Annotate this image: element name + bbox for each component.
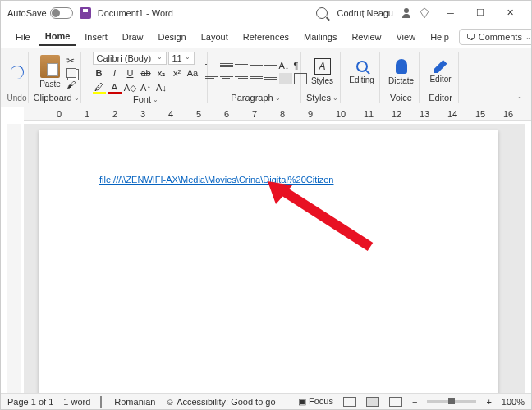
diamond-icon[interactable] — [418, 7, 431, 20]
align-right-button[interactable] — [235, 73, 248, 84]
autosave-label: AutoSave — [7, 8, 47, 18]
horizontal-ruler[interactable]: 012345678910111213141516 — [24, 107, 531, 121]
strike-button[interactable]: ab — [140, 66, 153, 80]
web-layout-button[interactable] — [389, 397, 402, 407]
case-button[interactable]: Aa — [186, 66, 200, 80]
document-title: Document1 - Word — [98, 8, 173, 18]
menu-help[interactable]: Help — [424, 29, 456, 45]
read-mode-button[interactable] — [343, 397, 356, 407]
align-left-button[interactable] — [205, 73, 218, 84]
document-page[interactable]: file:///\\ZENWIFI-AX\Media\Movies\Crina\… — [39, 130, 498, 393]
autosave-toggle[interactable]: AutoSave — [7, 7, 73, 19]
underline-button[interactable]: U — [124, 66, 137, 80]
menu-home[interactable]: Home — [39, 28, 77, 46]
justify-button[interactable] — [250, 73, 263, 84]
styles-group: A Styles Styles⌄ — [305, 52, 341, 103]
focus-mode-button[interactable]: ▣ Focus — [298, 396, 333, 407]
comments-button[interactable]: 🗨 Comments ⌄ — [459, 29, 532, 45]
font-name-select[interactable]: Calibri (Body)⌄ — [93, 52, 167, 65]
document-area[interactable]: file:///\\ZENWIFI-AX\Media\Movies\Crina\… — [24, 124, 525, 393]
bold-button[interactable]: B — [93, 66, 106, 80]
paste-button[interactable]: Paste — [36, 55, 64, 89]
menu-view[interactable]: View — [389, 29, 422, 45]
search-icon[interactable] — [316, 7, 328, 19]
maximize-button[interactable]: ☐ — [466, 2, 495, 25]
switch-off-icon[interactable] — [50, 7, 73, 19]
paragraph-group: A↓ ¶ Paragraph⌄ — [211, 52, 301, 103]
undo-label: Undo — [7, 92, 27, 103]
indent-inc-button[interactable] — [264, 60, 277, 71]
menu-file[interactable]: File — [9, 29, 37, 45]
page-count[interactable]: Page 1 of 1 — [7, 397, 53, 407]
indent-dec-button[interactable] — [250, 60, 263, 71]
menu-review[interactable]: Review — [345, 29, 388, 45]
comment-icon: 🗨 — [466, 32, 475, 42]
styles-button[interactable]: A Styles — [308, 58, 337, 85]
styles-icon: A — [314, 58, 331, 75]
menu-layout[interactable]: Layout — [195, 29, 235, 45]
menu-design[interactable]: Design — [151, 29, 192, 45]
editing-group: Editing — [344, 52, 380, 103]
numbering-button[interactable] — [220, 60, 233, 71]
format-painter-icon[interactable]: 🖌 — [66, 80, 76, 89]
language-status[interactable]: Romanian — [114, 397, 155, 407]
font-size-select[interactable]: 11⌄ — [168, 52, 195, 65]
paste-icon — [40, 55, 60, 78]
user-avatar-icon[interactable] — [400, 7, 413, 20]
editor-button[interactable]: Editor — [426, 60, 454, 84]
print-layout-button[interactable] — [366, 397, 379, 407]
menu-bar: File Home Insert Draw Design Layout Refe… — [1, 25, 531, 48]
menu-mailings[interactable]: Mailings — [297, 29, 343, 45]
align-center-button[interactable] — [220, 73, 233, 84]
menu-references[interactable]: References — [236, 29, 296, 45]
menu-draw[interactable]: Draw — [116, 29, 150, 45]
highlight-button[interactable]: 🖊 — [93, 81, 106, 94]
italic-button[interactable]: I — [108, 66, 122, 80]
clear-format-button[interactable]: A◇ — [124, 81, 137, 94]
bullets-button[interactable] — [205, 60, 218, 71]
find-icon — [356, 61, 368, 72]
grow-font-button[interactable]: A↑ — [140, 81, 153, 94]
subscript-button[interactable]: x₂ — [155, 66, 168, 80]
font-color-button[interactable]: A — [108, 81, 122, 94]
title-bar: AutoSave Document1 - Word Codruț Neagu ─… — [1, 1, 531, 25]
ribbon-collapse-button[interactable]: ⌄ — [514, 89, 526, 103]
zoom-slider[interactable] — [427, 400, 476, 403]
menu-insert[interactable]: Insert — [78, 29, 114, 45]
microphone-icon — [396, 59, 407, 74]
save-icon[interactable] — [80, 7, 91, 19]
sort-button[interactable]: A↓ — [279, 60, 292, 71]
line-spacing-button[interactable] — [264, 73, 277, 84]
editing-button[interactable]: Editing — [346, 59, 378, 84]
vertical-ruler[interactable] — [7, 124, 21, 393]
cut-icon[interactable]: ✂ — [66, 55, 76, 66]
superscript-button[interactable]: x² — [171, 66, 184, 80]
undo-icon[interactable] — [11, 66, 24, 79]
chevron-down-icon: ⌄ — [525, 34, 531, 41]
shading-button[interactable] — [279, 73, 292, 84]
user-name: Codruț Neagu — [337, 8, 394, 18]
editor-icon — [434, 60, 447, 73]
focus-icon: ▣ — [298, 396, 306, 406]
multilevel-button[interactable] — [235, 60, 248, 71]
close-button[interactable]: ✕ — [495, 2, 525, 25]
shrink-font-button[interactable]: A↓ — [155, 81, 168, 94]
zoom-level[interactable]: 100% — [502, 397, 525, 407]
accessibility-status[interactable]: ☺ Accessibility: Good to go — [165, 397, 275, 407]
status-bar: Page 1 of 1 1 word Romanian ☺ Accessibil… — [1, 393, 531, 409]
undo-group: Undo — [6, 52, 29, 103]
dictate-button[interactable]: Dictate — [385, 58, 417, 85]
word-count[interactable]: 1 word — [63, 397, 90, 407]
editor-group: Editor Editor — [423, 52, 459, 103]
spell-check-icon[interactable] — [100, 397, 104, 407]
hyperlink[interactable]: file:///\\ZENWIFI-AX\Media\Movies\Crina\… — [99, 175, 333, 184]
minimize-button[interactable]: ─ — [436, 2, 466, 25]
copy-icon[interactable] — [66, 68, 76, 78]
clipboard-group: Paste ✂ 🖌 Clipboard⌄ — [32, 52, 81, 103]
voice-group: Dictate Voice — [383, 52, 420, 103]
font-group: Calibri (Body)⌄ 11⌄ B I U ab x₂ x² Aa 🖊 … — [85, 52, 208, 103]
ribbon: Undo Paste ✂ 🖌 Clipboard⌄ Calibri (Body)… — [1, 48, 531, 107]
svg-point-0 — [404, 8, 409, 13]
zoom-in-button[interactable]: + — [486, 397, 491, 407]
zoom-out-button[interactable]: − — [412, 397, 417, 407]
